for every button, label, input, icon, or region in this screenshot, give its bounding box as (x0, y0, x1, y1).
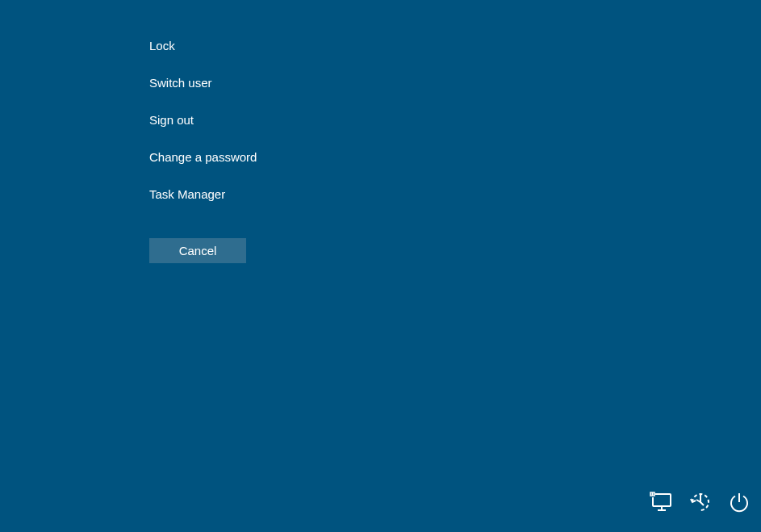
system-tray (650, 490, 751, 514)
menu-item-change-password[interactable]: Change a password (149, 150, 257, 165)
cancel-button[interactable]: Cancel (149, 238, 246, 263)
ease-of-access-icon[interactable] (688, 490, 713, 514)
menu-item-task-manager[interactable]: Task Manager (149, 187, 257, 202)
menu-item-switch-user[interactable]: Switch user (149, 76, 257, 90)
menu-item-sign-out[interactable]: Sign out (149, 113, 257, 128)
security-options-menu: Lock Switch user Sign out Change a passw… (149, 39, 257, 224)
menu-item-lock[interactable]: Lock (149, 39, 257, 53)
network-icon[interactable] (650, 490, 674, 514)
svg-rect-0 (653, 494, 671, 506)
power-icon[interactable] (727, 490, 751, 514)
